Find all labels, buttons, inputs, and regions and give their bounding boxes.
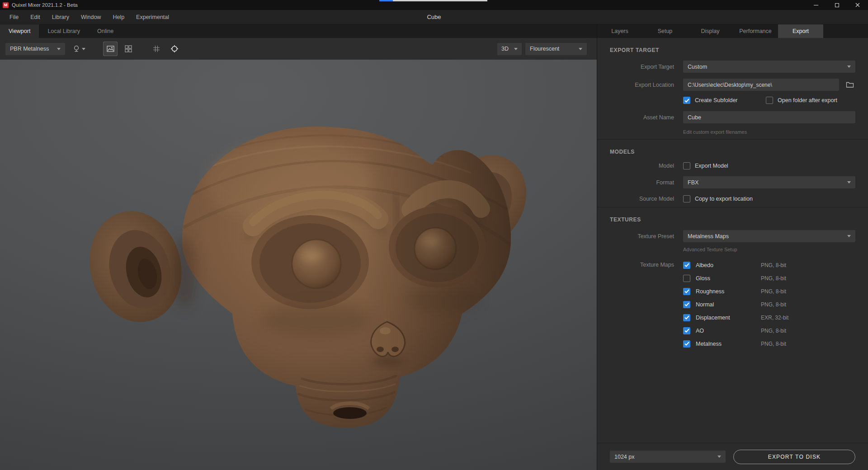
checkmark-icon	[684, 329, 689, 333]
albedo-label: Albedo	[696, 262, 755, 268]
edit-filenames-link[interactable]: Edit custom export filenames	[683, 129, 855, 135]
tab-local-library[interactable]: Local Library	[39, 24, 89, 38]
ao-checkbox[interactable]	[683, 327, 690, 334]
tab-performance[interactable]: Performance	[733, 24, 778, 38]
top-edge-accent	[379, 0, 487, 1]
menu-window[interactable]: Window	[75, 10, 107, 24]
export-panel-body: EXPORT TARGET Export Target Custom Expor…	[597, 38, 868, 443]
maximize-icon	[835, 3, 839, 7]
albedo-checkbox[interactable]	[683, 262, 690, 269]
texture-map-row-displacement: Displacement EXR, 32-bit	[683, 311, 855, 324]
displacement-format: EXR, 32-bit	[761, 315, 855, 321]
quad-view-icon	[125, 45, 132, 52]
caret-down-icon	[82, 48, 85, 50]
export-location-field[interactable]: C:\Users\eclec\Desktop\my_scene\	[683, 79, 839, 91]
material-preview-dropdown[interactable]	[69, 42, 90, 56]
caret-down-icon	[847, 235, 851, 237]
right-tabbar: Layers Setup Display Performance Export	[597, 24, 868, 38]
caret-down-icon	[57, 48, 61, 50]
tab-export[interactable]: Export	[778, 24, 823, 38]
open-folder-label: Open folder after export	[778, 97, 837, 103]
advanced-texture-setup-link[interactable]: Advanced Texture Setup	[683, 247, 855, 252]
checkmark-icon	[684, 99, 689, 103]
open-folder-option[interactable]: Open folder after export	[766, 97, 837, 104]
menu-library[interactable]: Library	[46, 10, 75, 24]
ao-label: AO	[696, 328, 755, 334]
export-location-label: Export Location	[610, 82, 674, 88]
tab-layers[interactable]: Layers	[597, 24, 642, 38]
gloss-format: PNG, 8-bit	[761, 275, 855, 282]
normal-checkbox[interactable]	[683, 301, 690, 308]
copy-to-export-option[interactable]: Copy to export location	[683, 195, 855, 202]
open-folder-checkbox[interactable]	[766, 97, 773, 104]
tab-online[interactable]: Online	[89, 24, 122, 38]
export-to-disk-button[interactable]: EXPORT TO DISK	[733, 450, 855, 464]
roughness-format: PNG, 8-bit	[761, 288, 855, 295]
copy-to-export-label: Copy to export location	[695, 196, 753, 202]
checkmark-icon	[684, 289, 689, 293]
browse-folder-button[interactable]	[844, 80, 855, 90]
texture-preset-label: Texture Preset	[610, 233, 674, 240]
asset-name-field[interactable]: Cube	[683, 111, 855, 123]
environment-dropdown[interactable]: Flourescent	[525, 43, 587, 55]
image-view-button[interactable]	[103, 42, 118, 56]
split-view-button[interactable]	[121, 42, 136, 56]
minimize-icon	[814, 5, 818, 5]
close-button[interactable]	[847, 0, 868, 10]
checkmark-icon	[684, 315, 689, 320]
menu-file[interactable]: File	[4, 10, 24, 24]
export-model-option[interactable]: Export Model	[683, 162, 855, 169]
normal-label: Normal	[696, 301, 755, 308]
gloss-checkbox[interactable]	[683, 275, 690, 282]
mixer-logo-icon: M	[3, 2, 9, 8]
tab-setup[interactable]: Setup	[642, 24, 688, 38]
checkmark-icon	[684, 263, 689, 267]
displacement-checkbox[interactable]	[683, 314, 690, 321]
checkmark-icon	[684, 302, 689, 306]
menu-edit[interactable]: Edit	[24, 10, 46, 24]
export-target-header: EXPORT TARGET	[610, 47, 855, 53]
texture-map-row-metalness: Metalness PNG, 8-bit	[683, 337, 855, 350]
titlebar: M Quixel Mixer 2021.1.2 - Beta	[0, 0, 868, 10]
copy-to-export-checkbox[interactable]	[683, 195, 690, 202]
menu-experimental[interactable]: Experimental	[130, 10, 175, 24]
metalness-checkbox[interactable]	[683, 340, 690, 348]
dimension-mode-dropdown[interactable]: 3D	[497, 43, 522, 55]
shading-mode-value: PBR Metalness	[10, 46, 53, 52]
maximize-button[interactable]	[826, 0, 847, 10]
viewport-3d[interactable]	[0, 60, 597, 470]
texture-maps-list: Albedo PNG, 8-bit Gloss PNG, 8-bit	[683, 258, 855, 350]
create-subfolder-option[interactable]: Create Subfolder	[683, 97, 766, 104]
dimension-mode-value: 3D	[501, 46, 510, 52]
create-subfolder-checkbox[interactable]	[683, 97, 690, 104]
focus-gizmo-button[interactable]	[167, 42, 182, 56]
texture-map-row-albedo: Albedo PNG, 8-bit	[683, 258, 855, 272]
checkmark-icon	[684, 342, 689, 346]
left-tabbar: Viewport Local Library Online	[0, 24, 597, 38]
asset-name-label: Asset Name	[610, 114, 674, 121]
texture-map-row-ao: AO PNG, 8-bit	[683, 324, 855, 337]
minimize-button[interactable]	[806, 0, 826, 10]
resolution-dropdown[interactable]: 1024 px	[610, 451, 726, 463]
menu-help[interactable]: Help	[107, 10, 130, 24]
metalness-label: Metalness	[696, 341, 755, 347]
export-target-dropdown[interactable]: Custom	[683, 61, 855, 73]
metalness-format: PNG, 8-bit	[761, 341, 855, 347]
section-divider	[597, 207, 868, 207]
texture-map-row-gloss: Gloss PNG, 8-bit	[683, 272, 855, 285]
texture-preset-dropdown[interactable]: Metalness Maps	[683, 230, 855, 242]
roughness-checkbox[interactable]	[683, 288, 690, 295]
tab-display[interactable]: Display	[688, 24, 733, 38]
top-edge-blue-segment	[379, 0, 393, 1]
export-target-value: Custom	[688, 64, 847, 70]
grid-toggle-button[interactable]	[149, 42, 164, 56]
format-dropdown[interactable]: FBX	[683, 176, 855, 188]
tab-viewport[interactable]: Viewport	[0, 24, 39, 38]
suzanne-model[interactable]	[0, 60, 597, 470]
caret-down-icon	[847, 181, 851, 183]
format-label: Format	[610, 179, 674, 186]
shading-mode-dropdown[interactable]: PBR Metalness	[5, 43, 65, 55]
export-model-checkbox[interactable]	[683, 162, 690, 169]
top-edge-light-segment	[393, 0, 487, 1]
quixel-mixer-window: M Quixel Mixer 2021.1.2 - Beta File Edit…	[0, 0, 868, 470]
